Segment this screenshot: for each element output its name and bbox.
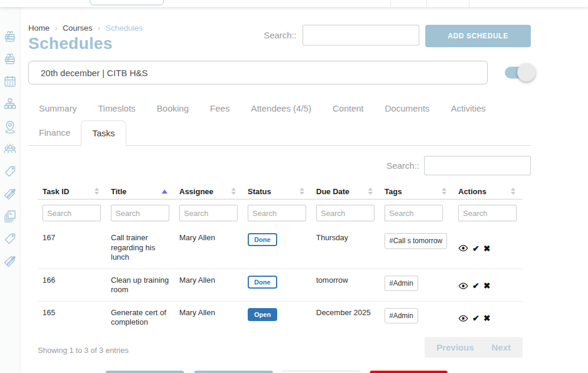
- tab-attendees-4-5[interactable]: Attendees (4/5): [240, 96, 322, 120]
- column-header-task-id[interactable]: Task ID: [38, 184, 106, 199]
- bottom-action-button-1[interactable]: [106, 371, 184, 373]
- tab-timeslots[interactable]: Timeslots: [87, 96, 146, 120]
- sort-icon[interactable]: [511, 188, 515, 195]
- task-id-cell: 166: [38, 269, 106, 301]
- task-actions-cell: ✔✖: [454, 269, 523, 301]
- tab-tasks[interactable]: Tasks: [81, 120, 126, 146]
- tab-activities[interactable]: Activities: [440, 96, 496, 120]
- column-header-due-date[interactable]: Due Date: [311, 184, 380, 199]
- tab-booking[interactable]: Booking: [146, 96, 199, 120]
- sort-icon[interactable]: [368, 188, 373, 195]
- task-assignee-cell: Mary Allen: [175, 302, 243, 333]
- breadcrumb-item-courses[interactable]: Courses: [63, 24, 92, 32]
- status-badge: Done: [248, 233, 277, 246]
- schedule-name-input[interactable]: [28, 61, 488, 84]
- tab-finance[interactable]: Finance: [28, 120, 81, 145]
- breadcrumb-separator: ›: [55, 24, 57, 32]
- filter-cell: [175, 205, 243, 221]
- task-table-filters: [38, 199, 523, 227]
- next-page-button[interactable]: Next: [491, 342, 511, 352]
- previous-page-button[interactable]: Previous: [436, 342, 474, 352]
- topbar-divider: [426, 0, 427, 7]
- column-label: Title: [111, 187, 127, 196]
- view-task-button[interactable]: [458, 281, 468, 291]
- sort-icon[interactable]: [231, 188, 236, 195]
- filter-input-due-date[interactable]: [316, 205, 375, 221]
- task-title-text: Call trainer regarding his lunch: [111, 233, 170, 263]
- location-pin-icon[interactable]: [3, 119, 17, 133]
- people-group-icon[interactable]: [3, 142, 17, 156]
- delete-task-button[interactable]: ✖: [484, 244, 491, 254]
- delete-task-button[interactable]: ✖: [484, 281, 491, 291]
- pages-icon[interactable]: [3, 209, 17, 223]
- breadcrumb-item-schedules: Schedules: [106, 24, 143, 32]
- filter-input-task-id[interactable]: [42, 205, 101, 221]
- tag-edit-icon[interactable]: [3, 254, 17, 268]
- filter-cell: [454, 205, 523, 221]
- complete-task-button[interactable]: ✔: [472, 244, 479, 254]
- column-header-title[interactable]: Title: [106, 184, 175, 199]
- task-actions-cell: ✔✖: [454, 227, 523, 269]
- column-header-assignee[interactable]: Assignee: [175, 184, 243, 199]
- breadcrumb-item-home[interactable]: Home: [28, 24, 50, 32]
- schedule-active-toggle[interactable]: [505, 67, 530, 78]
- filter-cell: [311, 205, 380, 221]
- check-icon: ✔: [472, 281, 479, 291]
- calendar-icon[interactable]: [3, 74, 17, 89]
- tab-documents[interactable]: Documents: [375, 96, 441, 120]
- sort-icon[interactable]: [94, 188, 99, 195]
- tab-fees[interactable]: Fees: [199, 96, 240, 120]
- filter-input-assignee[interactable]: [179, 205, 238, 221]
- filter-input-status[interactable]: [248, 205, 306, 221]
- table-footer: Showing 1 to 3 of 3 entries Previous Nex…: [38, 337, 523, 358]
- task-table-header: Task IDTitleAssigneeStatusDue DateTagsAc…: [38, 184, 523, 199]
- column-label: Tags: [385, 187, 402, 196]
- filter-input-title[interactable]: [111, 205, 169, 221]
- view-task-button[interactable]: [458, 313, 468, 323]
- tag-chip: #Admin: [385, 308, 418, 324]
- add-schedule-button[interactable]: ADD SCHEDULE: [425, 25, 531, 47]
- course-books-icon[interactable]: [3, 52, 17, 66]
- course-books-icon[interactable]: [3, 30, 17, 44]
- delete-task-button[interactable]: ✖: [484, 313, 491, 323]
- filter-cell: [106, 205, 175, 221]
- tag-icon[interactable]: [3, 164, 17, 178]
- task-due-date-cell: Thursday: [311, 227, 380, 269]
- tag-chip: #Admin: [385, 276, 418, 292]
- tag-edit-icon[interactable]: [3, 186, 17, 201]
- toggle-knob[interactable]: [517, 63, 536, 81]
- table-search-input[interactable]: [424, 156, 531, 175]
- column-header-actions[interactable]: Actions: [454, 184, 523, 199]
- column-header-status[interactable]: Status: [243, 184, 311, 199]
- bottom-action-button-3[interactable]: [281, 371, 361, 373]
- bottom-action-button-2[interactable]: [194, 371, 273, 373]
- filter-input-actions[interactable]: [458, 205, 517, 221]
- view-task-button[interactable]: [458, 243, 468, 253]
- sitemap-icon[interactable]: [3, 97, 17, 111]
- task-title-cell: Clean up training room: [106, 269, 175, 301]
- eye-icon: [458, 313, 468, 323]
- column-label: Task ID: [42, 187, 69, 196]
- task-status-cell: Open: [243, 302, 311, 333]
- task-row-165: 165Generate cert of completionMary Allen…: [38, 301, 523, 333]
- column-header-tags[interactable]: Tags: [380, 184, 454, 199]
- tab-row-2: FinanceTasks: [28, 120, 531, 145]
- complete-task-button[interactable]: ✔: [472, 313, 479, 323]
- filter-cell: [380, 205, 454, 221]
- complete-task-button[interactable]: ✔: [472, 281, 479, 291]
- tab-content[interactable]: Content: [322, 96, 375, 120]
- tag-icon[interactable]: [3, 231, 17, 246]
- tab-summary[interactable]: Summary: [28, 96, 87, 120]
- breadcrumb-separator: ›: [98, 24, 100, 32]
- sort-icon[interactable]: [300, 188, 304, 195]
- tag-chip: #Call s tomorrow: [385, 233, 447, 249]
- filter-cell: [38, 205, 106, 221]
- sort-icon[interactable]: [442, 188, 446, 195]
- table-search: Search::: [28, 156, 531, 175]
- topbar-partial-button[interactable]: [90, 0, 164, 5]
- header-search-input[interactable]: [303, 25, 419, 45]
- sort-icon[interactable]: [162, 189, 167, 194]
- close-icon: ✖: [484, 313, 491, 323]
- bottom-action-button-4[interactable]: [370, 371, 448, 373]
- filter-input-tags[interactable]: [385, 205, 443, 221]
